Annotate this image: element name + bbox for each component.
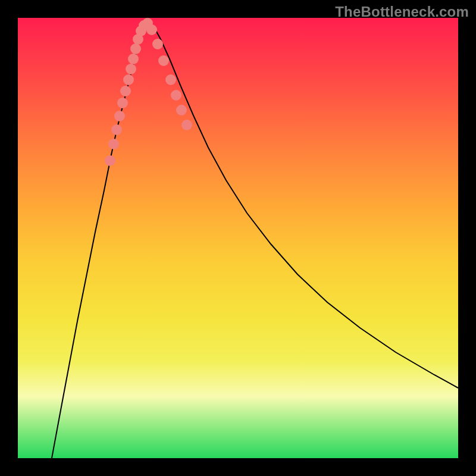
highlight-dot	[120, 86, 131, 96]
curve-layer	[18, 18, 458, 458]
chart-frame: TheBottleneck.com	[0, 0, 476, 476]
highlight-dot	[171, 90, 181, 101]
highlight-dot	[152, 39, 163, 49]
highlight-dots-group	[105, 18, 192, 166]
highlight-dot	[165, 74, 176, 85]
highlight-dot	[176, 105, 187, 115]
highlight-dot	[105, 155, 115, 166]
highlight-dot	[114, 111, 125, 121]
highlight-dot	[126, 64, 136, 74]
highlight-dot	[108, 139, 119, 149]
highlight-dot	[158, 55, 169, 66]
highlight-dot	[130, 43, 141, 54]
highlight-dot	[117, 98, 128, 108]
plot-area	[18, 18, 458, 458]
highlight-dot	[146, 24, 157, 35]
highlight-dot	[128, 54, 139, 64]
highlight-dot	[111, 124, 122, 135]
bottleneck-curve	[52, 23, 458, 458]
highlight-dot	[123, 74, 134, 85]
highlight-dot	[181, 120, 192, 130]
watermark-text: TheBottleneck.com	[335, 4, 469, 20]
